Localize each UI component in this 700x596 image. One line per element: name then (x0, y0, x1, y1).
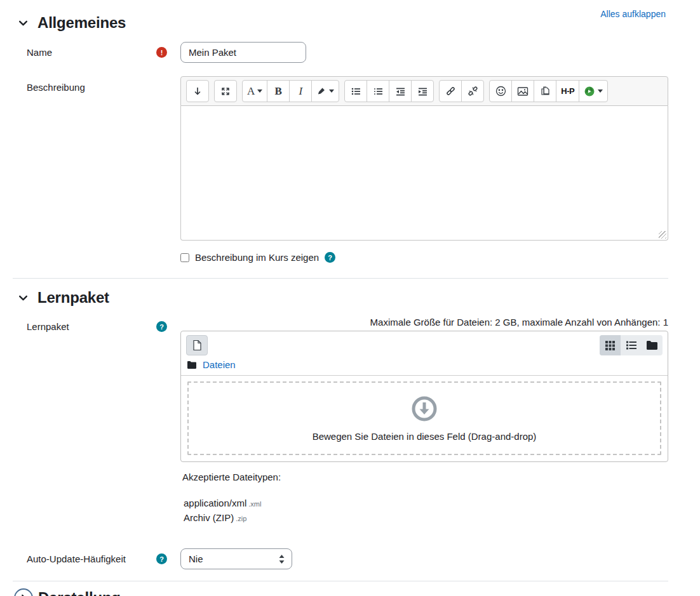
form-row-name: Name (27, 42, 668, 63)
auto-update-selected-value: Nie (189, 553, 203, 564)
resize-handle[interactable] (659, 231, 666, 239)
emoji-button[interactable] (489, 80, 512, 102)
dropzone-text: Bewegen Sie Dateien in dieses Feld (Drag… (313, 431, 537, 442)
help-icon[interactable] (156, 553, 167, 564)
manage-files-icon (540, 86, 551, 96)
dropzone[interactable]: Bewegen Sie Dateien in dieses Feld (Drag… (187, 381, 661, 455)
filetype-name: Archiv (ZIP) (184, 512, 234, 523)
required-icon (156, 47, 167, 58)
show-description-label: Beschreibung im Kurs zeigen (195, 252, 319, 263)
view-toggle-group (600, 335, 663, 355)
manage-files-button[interactable] (534, 80, 556, 102)
section-title-package: Lernpaket (37, 289, 109, 307)
folder-icon (187, 361, 196, 369)
package-label: Lernpaket (27, 317, 156, 332)
form-row-description: Beschreibung (27, 76, 668, 263)
grid-view-icon (605, 341, 615, 350)
indent-button[interactable] (411, 80, 434, 102)
form-row-auto-update: Auto-Update-Häufigkeit Nie (27, 548, 668, 569)
numbered-list-icon (373, 86, 383, 96)
filetype-extension: .xml (248, 500, 261, 508)
bold-icon: B (275, 85, 282, 98)
list-view-button[interactable] (621, 335, 642, 355)
section-header-package: Lernpaket (18, 289, 668, 307)
name-label: Name (27, 47, 156, 58)
media-plugin-button[interactable] (579, 80, 608, 102)
chevron-down-icon (18, 293, 29, 303)
document-icon (192, 340, 202, 351)
file-path-bar: Dateien (181, 357, 668, 376)
bold-button[interactable]: B (267, 80, 290, 102)
media-plugin-icon (584, 86, 595, 97)
indent-icon (417, 86, 427, 96)
h5p-button[interactable]: H-P (556, 80, 579, 102)
bullet-list-button[interactable] (344, 80, 367, 102)
file-manager: Dateien Bewegen Sie Dateien in dieses Fe… (180, 331, 668, 462)
numbered-list-button[interactable] (367, 80, 389, 102)
caret-down-icon (598, 89, 603, 93)
expand-all-link[interactable]: Alles aufklappen (600, 9, 666, 19)
help-icon[interactable] (325, 252, 335, 263)
filetype-extension: .zip (236, 515, 246, 522)
insert-image-button[interactable] (511, 80, 534, 102)
chevron-down-icon (18, 18, 29, 29)
italic-button[interactable]: I (289, 80, 312, 102)
image-icon (517, 86, 528, 96)
section-header-appearance: Darstellung (18, 588, 668, 596)
max-upload-info: Maximale Größe für Dateien: 2 GB, maxima… (180, 317, 668, 328)
name-input[interactable] (180, 42, 306, 63)
files-path-link[interactable]: Dateien (203, 359, 236, 370)
folder-icon (647, 341, 657, 350)
italic-icon: I (299, 85, 302, 98)
download-arrow-icon (411, 395, 438, 422)
rich-text-editor: A B I (180, 76, 668, 263)
filetype-item: application/xml.xml (184, 496, 668, 511)
filetype-name: application/xml (184, 498, 246, 508)
add-file-button[interactable] (186, 335, 208, 355)
collapse-toolbar-icon (193, 86, 202, 96)
link-icon (445, 86, 456, 96)
expand-icon (220, 86, 231, 96)
outdent-icon (395, 86, 405, 96)
outdent-button[interactable] (389, 80, 412, 102)
toolbar-toggle-button[interactable] (186, 80, 209, 102)
accepted-types-title: Akzeptierte Dateitypen: (182, 472, 668, 482)
grid-view-button[interactable] (600, 335, 621, 355)
paragraph-styles-button[interactable]: A (242, 80, 267, 102)
accepted-types-list: application/xml.xml Archiv (ZIP).zip (184, 496, 668, 526)
focus-ring (14, 588, 33, 596)
expand-appearance-button[interactable] (18, 588, 33, 596)
description-label: Beschreibung (27, 76, 156, 93)
editor-content-area[interactable] (180, 106, 668, 241)
filetype-item: Archiv (ZIP).zip (184, 511, 668, 526)
caret-down-icon (329, 89, 334, 93)
form-row-package: Lernpaket Maximale Größe für Dateien: 2 … (27, 317, 668, 526)
show-description-row: Beschreibung im Kurs zeigen (180, 252, 668, 263)
paintbrush-icon (316, 86, 326, 96)
section-divider (13, 581, 668, 581)
emoji-icon (495, 86, 506, 96)
section-header-general: Allgemeines (18, 14, 668, 32)
select-arrows-icon (279, 555, 285, 564)
fullscreen-button[interactable] (214, 80, 237, 102)
unlink-button[interactable] (461, 80, 484, 102)
section-divider (13, 278, 668, 279)
scorm-settings-form: Alles aufklappen Allgemeines Name Beschr… (0, 14, 700, 596)
editor-toolbar: A B I (180, 76, 668, 106)
auto-update-label: Auto-Update-Häufigkeit (27, 553, 156, 564)
link-button[interactable] (439, 80, 462, 102)
auto-update-select[interactable]: Nie (180, 548, 292, 569)
section-title-general: Allgemeines (37, 14, 126, 32)
chevron-right-icon (19, 593, 29, 596)
caret-down-icon (257, 89, 262, 93)
collapse-general-button[interactable] (18, 18, 29, 29)
section-title-appearance: Darstellung (38, 589, 121, 596)
font-styles-icon: A (247, 85, 255, 98)
text-color-button[interactable] (311, 80, 339, 102)
collapse-package-button[interactable] (18, 293, 29, 303)
help-icon[interactable] (156, 321, 167, 332)
list-view-icon (626, 341, 636, 350)
show-description-checkbox[interactable] (180, 253, 189, 262)
bullet-list-icon (351, 86, 361, 96)
tree-view-button[interactable] (642, 335, 663, 355)
